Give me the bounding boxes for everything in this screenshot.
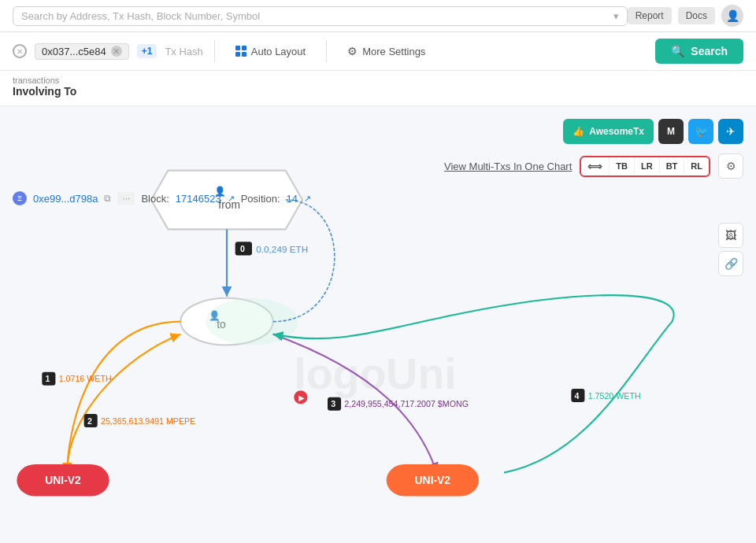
auto-layout-label: Auto Layout [251,46,306,57]
plus-one-badge[interactable]: +1 [137,44,158,58]
search-placeholder: Search by Address, Tx Hash, Block Number… [21,10,260,22]
block-value[interactable]: 17146523 [176,193,221,205]
block-label: Block: [141,193,169,205]
divider2 [326,40,327,62]
transactions-label: transactions [13,76,743,85]
position-value[interactable]: 14 [287,193,298,205]
block-link-icon[interactable]: ↗ [228,194,235,204]
svg-rect-0 [0,120,756,532]
layout-arrows-btn[interactable]: ⟺ [581,157,610,175]
sub-header: transactions Involving To [0,71,756,106]
chart-settings-button[interactable]: ⚙ [718,153,743,179]
svg-text:UNI-V2: UNI-V2 [45,474,81,486]
auto-layout-button[interactable]: Auto Layout [226,42,315,61]
report-button[interactable]: Report [628,7,672,24]
close-chip[interactable]: ✕ [13,44,27,58]
view-multi-label[interactable]: View Multi-Txs In One Chart [444,161,572,172]
layout-rl-btn[interactable]: RL [684,158,709,174]
eth-icon: Ξ [13,191,27,205]
svg-text:25,365,613.9491 MPEPE: 25,365,613.9491 MPEPE [101,416,195,426]
mirror-icon: M [667,126,675,137]
grid-icon [235,46,246,57]
layout-lr-btn[interactable]: LR [635,158,660,174]
svg-text:logoUni: logoUni [294,349,456,398]
tag-close-icon[interactable]: ✕ [111,46,122,57]
gear-icon: ⚙ [726,160,736,172]
twitter-button[interactable]: 🐦 [688,119,713,144]
telegram-button[interactable]: ✈ [718,119,743,144]
address-tag-text: 0x037...c5e84 [42,46,106,57]
layout-selector: ⟺ TB LR BT RL [580,156,710,177]
svg-text:0: 0 [240,244,245,253]
svg-text:▶: ▶ [298,393,305,402]
settings-icon: ⚙ [347,45,358,57]
svg-text:1.7520 WETH: 1.7520 WETH [588,391,641,401]
avatar-icon: 👤 [726,9,739,22]
dropdown-arrow: ▾ [613,10,619,22]
avatar[interactable]: 👤 [721,5,743,27]
close-icon[interactable]: ✕ [13,44,27,58]
telegram-icon: ✈ [726,125,736,138]
svg-text:4: 4 [575,391,580,401]
position-link-icon[interactable]: ↗ [304,194,311,204]
link-icon: 🔗 [724,257,738,270]
svg-text:2: 2 [87,416,92,426]
address-tag[interactable]: 0x037...c5e84 ✕ [35,43,129,60]
svg-text:0.0,249 ETH: 0.0,249 ETH [256,244,308,254]
chart-image-button[interactable]: 🖼 [718,223,743,248]
view-multi-row: View Multi-Txs In One Chart ⟺ TB LR BT R… [444,153,743,179]
layout-bt-btn[interactable]: BT [660,158,685,174]
twitter-icon: 🐦 [695,125,708,138]
involving-label: Involving To [13,85,743,98]
image-icon: 🖼 [725,229,736,242]
chart-actions: 🖼 🔗 [718,223,743,276]
search-icon: 🔍 [671,45,684,57]
position-label: Position: [241,193,280,205]
svg-text:3: 3 [331,399,335,408]
docs-button[interactable]: Docs [678,7,715,24]
thumbsup-icon: 👍 [573,126,584,137]
social-buttons: 👍 AwesomeTx M 🐦 ✈ [563,119,743,144]
svg-text:UNI-V2: UNI-V2 [415,474,451,486]
more-settings-button[interactable]: ⚙ More Settings [338,42,435,61]
svg-text:1: 1 [46,374,50,383]
awesome-tx-button[interactable]: 👍 AwesomeTx [563,119,654,144]
layout-tb-btn[interactable]: TB [610,158,635,174]
transaction-row: Ξ 0xe99...d798a ⧉ ··· Block: 17146523 ↗ … [13,191,311,205]
mirror-button[interactable]: M [658,119,684,144]
tx-hash-label: Tx Hash [165,46,202,57]
chart-link-button[interactable]: 🔗 [718,251,743,276]
search-button[interactable]: 🔍 Search [655,39,743,64]
awesome-tx-label: AwesomeTx [589,126,644,137]
divider [214,40,215,62]
svg-text:2,249,955,454,717.2007 $MONG: 2,249,955,454,717.2007 $MONG [344,399,469,408]
top-search-bar: Search by Address, Tx Hash, Block Number… [0,0,756,32]
search-button-label: Search [691,45,728,57]
filter-bar: ✕ 0x037...c5e84 ✕ +1 Tx Hash Auto Layout… [0,32,756,71]
search-input-area[interactable]: Search by Address, Tx Hash, Block Number… [13,6,628,26]
more-settings-label: More Settings [362,46,425,57]
main-content: 👍 AwesomeTx M 🐦 ✈ View Multi-Txs In One … [0,106,756,543]
copy-icon[interactable]: ⧉ [104,193,111,204]
more-button[interactable]: ··· [117,192,135,205]
svg-text:1.0716 WETH: 1.0716 WETH [59,374,112,383]
tx-address[interactable]: 0xe99...d798a [33,193,98,205]
